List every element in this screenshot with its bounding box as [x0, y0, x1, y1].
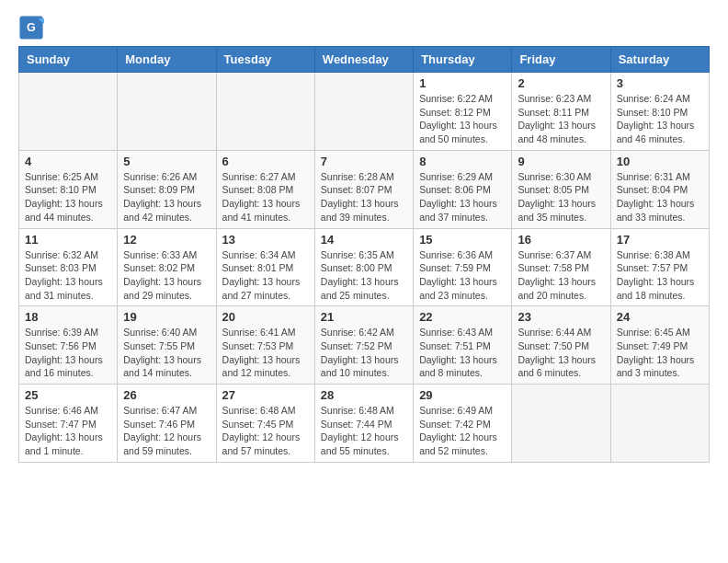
day-number: 7 — [321, 155, 407, 168]
calendar-cell: 29Sunrise: 6:49 AMSunset: 7:42 PMDayligh… — [414, 385, 512, 463]
day-number: 27 — [222, 388, 309, 402]
day-header-sunday: Sunday — [19, 47, 118, 73]
day-info: Sunrise: 6:45 AMSunset: 7:49 PMDaylight:… — [617, 326, 703, 380]
calendar-cell: 7Sunrise: 6:28 AMSunset: 8:07 PMDaylight… — [314, 150, 413, 228]
calendar-cell: 19Sunrise: 6:40 AMSunset: 7:55 PMDayligh… — [118, 306, 216, 385]
day-info: Sunrise: 6:25 AMSunset: 8:10 PMDaylight:… — [25, 170, 111, 224]
calendar-cell: 11Sunrise: 6:32 AMSunset: 8:03 PMDayligh… — [19, 228, 118, 306]
calendar-cell: 20Sunrise: 6:41 AMSunset: 7:53 PMDayligh… — [216, 306, 314, 385]
calendar-cell: 18Sunrise: 6:39 AMSunset: 7:56 PMDayligh… — [19, 306, 118, 385]
day-number: 15 — [419, 233, 506, 247]
day-number: 5 — [123, 155, 210, 168]
calendar-cell: 10Sunrise: 6:31 AMSunset: 8:04 PMDayligh… — [610, 150, 709, 228]
day-info: Sunrise: 6:44 AMSunset: 7:50 PMDaylight:… — [518, 326, 604, 380]
day-info: Sunrise: 6:27 AMSunset: 8:08 PMDaylight:… — [222, 170, 309, 224]
day-number: 6 — [222, 155, 309, 168]
day-info: Sunrise: 6:46 AMSunset: 7:47 PMDaylight:… — [25, 404, 111, 458]
calendar-week-2: 11Sunrise: 6:32 AMSunset: 8:03 PMDayligh… — [19, 228, 710, 306]
calendar: SundayMondayTuesdayWednesdayThursdayFrid… — [18, 46, 710, 463]
day-number: 28 — [321, 388, 407, 402]
calendar-cell: 17Sunrise: 6:38 AMSunset: 7:57 PMDayligh… — [610, 228, 709, 306]
calendar-cell: 24Sunrise: 6:45 AMSunset: 7:49 PMDayligh… — [610, 306, 709, 385]
svg-text:G: G — [27, 21, 36, 34]
calendar-cell: 15Sunrise: 6:36 AMSunset: 7:59 PMDayligh… — [414, 228, 512, 306]
day-number: 10 — [617, 155, 703, 168]
calendar-week-3: 18Sunrise: 6:39 AMSunset: 7:56 PMDayligh… — [19, 306, 710, 385]
day-header-wednesday: Wednesday — [314, 47, 413, 73]
day-info: Sunrise: 6:39 AMSunset: 7:56 PMDaylight:… — [25, 326, 111, 380]
day-number: 2 — [518, 76, 604, 90]
day-number: 11 — [25, 233, 111, 247]
day-info: Sunrise: 6:48 AMSunset: 7:44 PMDaylight:… — [321, 404, 407, 458]
day-info: Sunrise: 6:47 AMSunset: 7:46 PMDaylight:… — [123, 404, 210, 458]
day-info: Sunrise: 6:23 AMSunset: 8:11 PMDaylight:… — [518, 92, 604, 146]
calendar-cell: 22Sunrise: 6:43 AMSunset: 7:51 PMDayligh… — [414, 306, 512, 385]
day-number: 12 — [123, 233, 210, 247]
calendar-cell: 1Sunrise: 6:22 AMSunset: 8:12 PMDaylight… — [414, 73, 512, 151]
calendar-week-1: 4Sunrise: 6:25 AMSunset: 8:10 PMDaylight… — [19, 150, 710, 228]
day-info: Sunrise: 6:48 AMSunset: 7:45 PMDaylight:… — [222, 404, 309, 458]
day-info: Sunrise: 6:41 AMSunset: 7:53 PMDaylight:… — [222, 326, 309, 380]
logo-icon: G — [18, 15, 44, 40]
day-number: 1 — [419, 76, 506, 90]
calendar-cell: 25Sunrise: 6:46 AMSunset: 7:47 PMDayligh… — [19, 385, 118, 463]
day-info: Sunrise: 6:34 AMSunset: 8:01 PMDaylight:… — [222, 248, 309, 303]
calendar-cell — [19, 73, 118, 151]
day-info: Sunrise: 6:24 AMSunset: 8:10 PMDaylight:… — [617, 92, 703, 146]
day-info: Sunrise: 6:38 AMSunset: 7:57 PMDaylight:… — [617, 248, 703, 303]
day-number: 18 — [25, 310, 111, 324]
day-info: Sunrise: 6:30 AMSunset: 8:05 PMDaylight:… — [518, 170, 604, 224]
calendar-cell: 21Sunrise: 6:42 AMSunset: 7:52 PMDayligh… — [314, 306, 413, 385]
day-number: 14 — [321, 233, 407, 247]
day-info: Sunrise: 6:49 AMSunset: 7:42 PMDaylight:… — [419, 404, 506, 458]
calendar-cell: 26Sunrise: 6:47 AMSunset: 7:46 PMDayligh… — [118, 385, 216, 463]
calendar-cell: 3Sunrise: 6:24 AMSunset: 8:10 PMDaylight… — [610, 73, 709, 151]
day-info: Sunrise: 6:42 AMSunset: 7:52 PMDaylight:… — [321, 326, 407, 380]
day-number: 22 — [419, 310, 506, 324]
calendar-cell: 16Sunrise: 6:37 AMSunset: 7:58 PMDayligh… — [512, 228, 610, 306]
day-number: 23 — [518, 310, 604, 324]
calendar-cell: 23Sunrise: 6:44 AMSunset: 7:50 PMDayligh… — [512, 306, 610, 385]
day-number: 17 — [617, 233, 703, 247]
calendar-week-0: 1Sunrise: 6:22 AMSunset: 8:12 PMDaylight… — [19, 73, 710, 151]
calendar-body: 1Sunrise: 6:22 AMSunset: 8:12 PMDaylight… — [19, 73, 710, 463]
day-number: 13 — [222, 233, 309, 247]
calendar-cell — [216, 73, 314, 151]
calendar-header: SundayMondayTuesdayWednesdayThursdayFrid… — [19, 47, 710, 73]
day-header-friday: Friday — [512, 47, 610, 73]
calendar-cell: 27Sunrise: 6:48 AMSunset: 7:45 PMDayligh… — [216, 385, 314, 463]
day-info: Sunrise: 6:32 AMSunset: 8:03 PMDaylight:… — [25, 248, 111, 303]
calendar-week-4: 25Sunrise: 6:46 AMSunset: 7:47 PMDayligh… — [19, 385, 710, 463]
calendar-cell: 12Sunrise: 6:33 AMSunset: 8:02 PMDayligh… — [118, 228, 216, 306]
calendar-cell: 6Sunrise: 6:27 AMSunset: 8:08 PMDaylight… — [216, 150, 314, 228]
calendar-cell — [610, 385, 709, 463]
day-number: 25 — [25, 388, 111, 402]
day-info: Sunrise: 6:43 AMSunset: 7:51 PMDaylight:… — [419, 326, 506, 380]
day-number: 3 — [617, 76, 703, 90]
day-number: 29 — [419, 388, 506, 402]
day-info: Sunrise: 6:22 AMSunset: 8:12 PMDaylight:… — [419, 92, 506, 146]
calendar-cell — [314, 73, 413, 151]
day-number: 26 — [123, 388, 210, 402]
day-number: 20 — [222, 310, 309, 324]
day-header-thursday: Thursday — [414, 47, 512, 73]
day-header-saturday: Saturday — [610, 47, 709, 73]
calendar-cell — [118, 73, 216, 151]
day-number: 16 — [518, 233, 604, 247]
day-number: 24 — [617, 310, 703, 324]
day-number: 9 — [518, 155, 604, 168]
calendar-cell: 8Sunrise: 6:29 AMSunset: 8:06 PMDaylight… — [414, 150, 512, 228]
day-info: Sunrise: 6:37 AMSunset: 7:58 PMDaylight:… — [518, 248, 604, 303]
day-info: Sunrise: 6:26 AMSunset: 8:09 PMDaylight:… — [123, 170, 210, 224]
calendar-cell: 13Sunrise: 6:34 AMSunset: 8:01 PMDayligh… — [216, 228, 314, 306]
day-info: Sunrise: 6:29 AMSunset: 8:06 PMDaylight:… — [419, 170, 506, 224]
day-info: Sunrise: 6:33 AMSunset: 8:02 PMDaylight:… — [123, 248, 210, 303]
day-number: 19 — [123, 310, 210, 324]
day-info: Sunrise: 6:36 AMSunset: 7:59 PMDaylight:… — [419, 248, 506, 303]
calendar-cell: 2Sunrise: 6:23 AMSunset: 8:11 PMDaylight… — [512, 73, 610, 151]
day-info: Sunrise: 6:35 AMSunset: 8:00 PMDaylight:… — [321, 248, 407, 303]
calendar-cell: 14Sunrise: 6:35 AMSunset: 8:00 PMDayligh… — [314, 228, 413, 306]
calendar-cell: 9Sunrise: 6:30 AMSunset: 8:05 PMDaylight… — [512, 150, 610, 228]
day-number: 21 — [321, 310, 407, 324]
day-info: Sunrise: 6:28 AMSunset: 8:07 PMDaylight:… — [321, 170, 407, 224]
